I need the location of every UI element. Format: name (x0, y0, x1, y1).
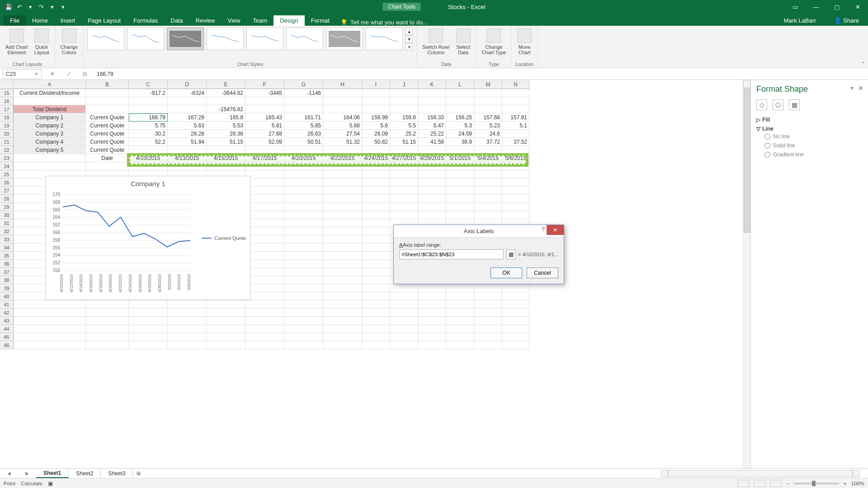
size-properties-icon[interactable]: ▦ (789, 99, 800, 110)
cell[interactable] (245, 317, 284, 325)
cell[interactable]: 5.47 (418, 122, 446, 130)
cell[interactable] (168, 146, 207, 154)
tab-team[interactable]: Team (246, 15, 274, 26)
cell[interactable] (390, 341, 418, 349)
cell[interactable] (245, 325, 284, 333)
cell[interactable]: 5.53 (207, 122, 245, 130)
macro-record-icon[interactable]: ▣ (48, 480, 53, 487)
cell[interactable] (207, 146, 245, 154)
row-header[interactable]: 34 (0, 244, 14, 252)
cell[interactable] (474, 195, 502, 203)
row-header[interactable]: 40 (0, 292, 14, 300)
row-header[interactable]: 29 (0, 203, 14, 211)
cell[interactable] (502, 292, 529, 300)
cell[interactable]: 166.79 (129, 113, 168, 122)
cell[interactable]: 167.29 (168, 113, 207, 122)
cell[interactable]: 27.54 (323, 130, 362, 138)
row-header[interactable]: 45 (0, 333, 14, 341)
cell[interactable] (390, 292, 418, 300)
cell[interactable] (129, 317, 168, 325)
cell[interactable] (323, 276, 362, 284)
cell[interactable] (323, 195, 362, 203)
cell[interactable] (446, 97, 474, 105)
zoom-thumb[interactable] (812, 481, 816, 486)
cell[interactable] (502, 187, 529, 195)
cell[interactable] (362, 235, 390, 244)
cell[interactable] (502, 89, 529, 97)
cell[interactable] (168, 309, 207, 317)
row-header[interactable]: 33 (0, 235, 14, 244)
cell[interactable] (502, 146, 529, 154)
cell[interactable]: 4/17/2015 (245, 154, 284, 162)
cell[interactable]: Company 3 (14, 130, 86, 138)
zoom-level[interactable]: 100% (851, 481, 864, 486)
cell[interactable] (323, 211, 362, 219)
cell[interactable] (390, 195, 418, 203)
row-header[interactable]: 15 (0, 89, 14, 97)
cell[interactable] (323, 227, 362, 235)
cell[interactable]: 30.2 (129, 130, 168, 138)
cell[interactable] (446, 162, 474, 170)
dropdown-icon[interactable]: ▾ (48, 3, 56, 11)
col-header-B[interactable]: B (86, 80, 129, 89)
cell[interactable] (86, 341, 129, 349)
cell[interactable] (502, 325, 529, 333)
row-header[interactable]: 31 (0, 219, 14, 227)
cell[interactable] (474, 187, 502, 195)
cell[interactable]: 156.25 (446, 113, 474, 122)
change-chart-type-button[interactable]: Change Chart Type (480, 28, 508, 56)
cell[interactable]: 165.43 (245, 113, 284, 122)
row-header[interactable]: 43 (0, 317, 14, 325)
cell[interactable]: 51.15 (390, 138, 418, 146)
chart-style-4[interactable] (207, 28, 244, 50)
col-header-C[interactable]: C (129, 80, 168, 89)
cell[interactable] (284, 252, 323, 260)
cell[interactable] (284, 162, 323, 170)
cell[interactable]: Current Quote (86, 113, 129, 122)
row-header[interactable]: 22 (0, 146, 14, 154)
cell[interactable] (446, 317, 474, 325)
cell[interactable] (14, 341, 86, 349)
page-break-view-icon[interactable] (770, 480, 782, 487)
cell[interactable] (362, 292, 390, 300)
cell[interactable] (390, 89, 418, 97)
cell[interactable] (418, 89, 446, 97)
col-header-D[interactable]: D (168, 80, 207, 89)
cell[interactable] (14, 325, 86, 333)
cell[interactable] (168, 325, 207, 333)
cell[interactable]: -6324 (168, 89, 207, 97)
cell[interactable]: 5.23 (474, 122, 502, 130)
cell[interactable] (168, 341, 207, 349)
line-option-solid[interactable]: Solid line (756, 141, 863, 150)
close-pane-icon[interactable]: ✕ (858, 84, 863, 92)
cell[interactable] (362, 325, 390, 333)
cell[interactable] (129, 333, 168, 341)
line-option-gradient[interactable]: Gradient line (756, 150, 863, 159)
cell[interactable] (284, 235, 323, 244)
chart-style-8[interactable] (366, 28, 403, 50)
cell[interactable] (390, 211, 418, 219)
cell[interactable]: 4/24/2015 (362, 154, 390, 162)
cell[interactable] (362, 341, 390, 349)
cell[interactable] (245, 333, 284, 341)
cell[interactable] (474, 170, 502, 178)
cell[interactable] (418, 162, 446, 170)
cell[interactable] (362, 317, 390, 325)
cell[interactable] (390, 162, 418, 170)
cell[interactable] (502, 309, 529, 317)
row-header[interactable]: 21 (0, 138, 14, 146)
cell[interactable] (446, 203, 474, 211)
cell[interactable]: 5.6 (362, 122, 390, 130)
cell[interactable] (362, 89, 390, 97)
cell[interactable] (86, 333, 129, 341)
cell[interactable] (474, 211, 502, 219)
cell[interactable] (207, 317, 245, 325)
maximize-icon[interactable]: ▢ (826, 0, 847, 14)
row-header[interactable]: 27 (0, 187, 14, 195)
row-header[interactable]: 39 (0, 284, 14, 292)
scroll-left-icon[interactable] (661, 470, 668, 477)
scroll-right-icon[interactable] (853, 470, 860, 477)
pane-menu-icon[interactable]: ▼ (849, 85, 854, 91)
fill-line-icon[interactable]: ◇ (756, 99, 767, 110)
cell[interactable] (168, 105, 207, 113)
